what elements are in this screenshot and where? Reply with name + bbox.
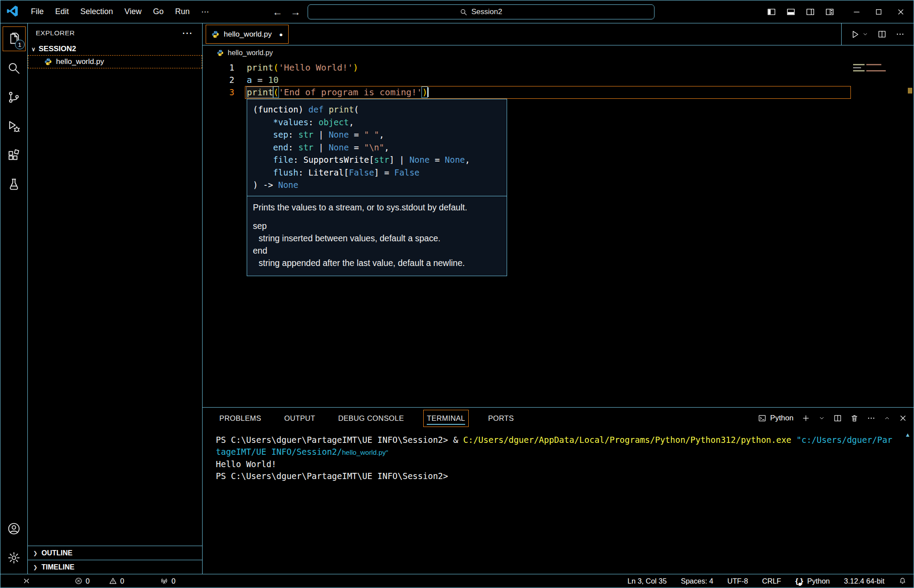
hover-docs: Prints the values to a stream, or to sys… xyxy=(247,196,507,276)
editor-actions xyxy=(841,23,914,45)
hover-signature-line: file: SupportsWrite[str] | None = None, xyxy=(253,154,501,166)
panel-tab-problems[interactable]: PROBLEMS xyxy=(216,410,265,427)
status-remote-indicator[interactable] xyxy=(23,577,30,585)
sidebar-folder-session2[interactable]: ∨ SESSION2 xyxy=(28,43,202,55)
status-language-mode[interactable]: { }Python xyxy=(795,577,830,585)
customize-layout-icon-button[interactable] xyxy=(820,4,839,20)
panel-tab-debug-console[interactable]: DEBUG CONSOLE xyxy=(335,410,407,427)
code-line-2[interactable]: 2a = 10 xyxy=(203,74,914,86)
hover-signature: (function) def print( *values: object, s… xyxy=(247,99,507,196)
tab-label: hello_world.py xyxy=(224,30,272,39)
nav-forward-icon[interactable]: → xyxy=(290,6,301,18)
activity-run-debug[interactable] xyxy=(0,112,28,141)
sidebar-more-actions-icon[interactable]: ⋯ xyxy=(182,27,193,39)
menu-[interactable]: ⋯ xyxy=(196,4,215,20)
minimize-icon-button[interactable] xyxy=(846,4,868,20)
menu-run[interactable]: Run xyxy=(169,4,196,20)
status-ports-count[interactable]: 0 xyxy=(160,577,175,585)
tab-hello-world-py[interactable]: hello_world.py ● xyxy=(206,25,289,44)
menu-go[interactable]: Go xyxy=(147,4,169,20)
toggle-panel-icon xyxy=(786,7,796,17)
more-actions-button[interactable] xyxy=(895,30,905,39)
activity-files[interactable]: 1 xyxy=(0,24,28,53)
code-editor[interactable]: 1print('Hello World!')2a = 103print('End… xyxy=(203,60,914,407)
python-file-icon xyxy=(44,58,52,66)
scroll-up-arrow-icon[interactable]: ▲ xyxy=(905,431,910,438)
vscode-window: FileEditSelectionViewGoRun⋯ ← → Session2… xyxy=(0,0,914,588)
close-icon xyxy=(896,7,905,16)
toggle-secondary-sidebar-icon-button[interactable] xyxy=(801,4,820,20)
modified-dot-icon[interactable]: ● xyxy=(279,31,283,38)
title-bar-right xyxy=(762,4,914,20)
nav-back-icon[interactable]: ← xyxy=(271,6,283,18)
run-python-file-button[interactable] xyxy=(850,30,869,39)
status-python-interpreter[interactable]: 3.12.4 64-bit xyxy=(844,577,884,585)
text-cursor xyxy=(428,87,429,97)
extensions-icon xyxy=(7,149,21,162)
overview-ruler[interactable] xyxy=(906,60,914,407)
activity-source-control[interactable] xyxy=(0,82,28,112)
status-warnings-count[interactable]: 0 xyxy=(109,577,124,585)
trash-icon-button[interactable] xyxy=(850,414,859,423)
activity-settings-gear[interactable] xyxy=(0,543,28,572)
hover-signature-line: ) -> None xyxy=(253,179,501,191)
activity-extensions[interactable] xyxy=(0,141,28,170)
status-encoding[interactable]: UTF-8 xyxy=(727,577,748,585)
split-terminal-icon-button[interactable] xyxy=(833,414,842,423)
chevron-down-icon-button[interactable] xyxy=(818,415,825,422)
terminal-line: PS C:\Users\dguer\PartageIMT\UE INFO\Ses… xyxy=(216,470,914,482)
new-terminal-icon-button[interactable] xyxy=(801,414,810,423)
bell-icon xyxy=(899,577,906,585)
more-icon-button[interactable] xyxy=(867,414,876,423)
folder-name: SESSION2 xyxy=(39,45,76,53)
activity-account[interactable] xyxy=(0,514,28,543)
code-line-3[interactable]: 3print('End of program is coming!') xyxy=(203,86,914,98)
panel-header: PROBLEMSOUTPUTDEBUG CONSOLETERMINALPORTS… xyxy=(203,408,914,429)
activity-testing[interactable] xyxy=(0,170,28,199)
activity-search[interactable] xyxy=(0,53,28,82)
maximize-icon-button[interactable] xyxy=(868,4,890,20)
customize-layout-icon xyxy=(825,7,835,17)
panel-label: OUTLINE xyxy=(41,549,72,557)
status-cursor-position[interactable]: Ln 3, Col 35 xyxy=(628,577,667,585)
sidebar-title: EXPLORER xyxy=(36,29,75,37)
sidebar-empty-space xyxy=(28,68,202,546)
command-center-label: Session2 xyxy=(471,7,502,16)
terminal-output[interactable]: PS C:\Users\dguer\PartageIMT\UE INFO\Ses… xyxy=(203,429,914,574)
menu-edit[interactable]: Edit xyxy=(49,4,75,20)
workbench-body: 1 EXPLORER ⋯ ∨ SESSION2 hello_world.py ❯… xyxy=(0,23,914,574)
panel-tabs: PROBLEMSOUTPUTDEBUG CONSOLETERMINALPORTS xyxy=(216,410,517,427)
chevron-right-icon: ❯ xyxy=(33,564,38,570)
toggle-sidebar-icon-button[interactable] xyxy=(762,4,781,20)
panel-tab-ports[interactable]: PORTS xyxy=(485,410,518,427)
file-row-hello-world-py[interactable]: hello_world.py xyxy=(28,55,202,68)
close-icon-button[interactable] xyxy=(899,414,907,423)
status-notifications-bell[interactable] xyxy=(899,577,906,585)
menu-selection[interactable]: Selection xyxy=(75,4,119,20)
error-icon xyxy=(75,577,83,585)
status-bar: 000 Ln 3, Col 35Spaces: 4UTF-8CRLF{ }Pyt… xyxy=(0,574,914,588)
python-file-icon xyxy=(217,49,224,56)
sidebar-panel-outline[interactable]: ❯OUTLINE xyxy=(28,546,202,560)
panel-tab-output[interactable]: OUTPUT xyxy=(281,410,319,427)
terminal-toolbar: Python xyxy=(758,414,907,423)
status-errors-count[interactable]: 0 xyxy=(75,577,90,585)
close-icon-button[interactable] xyxy=(890,4,912,20)
status-eol-sequence[interactable]: CRLF xyxy=(762,577,781,585)
toggle-panel-icon-button[interactable] xyxy=(781,4,801,20)
chevron-up-icon-button[interactable] xyxy=(884,415,891,422)
breadcrumb[interactable]: hello_world.py xyxy=(203,45,914,60)
split-editor-button[interactable] xyxy=(877,30,887,39)
terminal-line: Hello World! xyxy=(216,458,914,470)
code-line-1[interactable]: 1print('Hello World!') xyxy=(203,61,914,74)
status-indentation[interactable]: Spaces: 4 xyxy=(681,577,713,585)
sidebar-panel-timeline[interactable]: ❯TIMELINE xyxy=(28,560,202,574)
code-lines: 1print('Hello World!')2a = 103print('End… xyxy=(203,60,914,98)
command-center-search[interactable]: Session2 xyxy=(308,4,654,19)
panel-tab-terminal[interactable]: TERMINAL xyxy=(423,410,469,427)
menu-view[interactable]: View xyxy=(119,4,147,20)
terminal-shell-label[interactable]: Python xyxy=(758,414,794,423)
line-number: 3 xyxy=(203,86,234,98)
source-control-icon xyxy=(7,90,21,104)
menu-file[interactable]: File xyxy=(25,4,49,20)
